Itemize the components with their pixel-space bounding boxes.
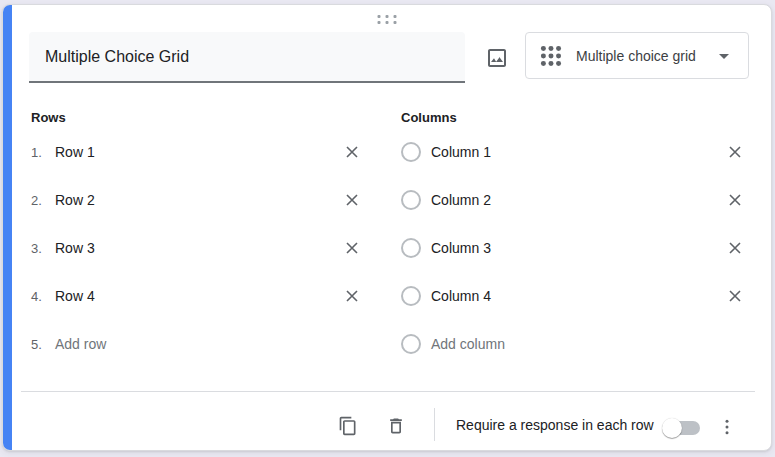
remove-row-button[interactable] [340,236,364,260]
radio-circle-icon [401,142,421,162]
rows-list: 1. Row 1 2. Row 2 3. Row 3 [31,128,364,368]
remove-column-button[interactable] [723,236,747,260]
columns-header: Columns [401,110,457,125]
row-number: 4. [31,289,55,304]
column-item-2: Column 2 [401,176,747,224]
close-icon [726,239,744,257]
active-question-accent-bar [3,5,12,450]
row-label-input[interactable]: Row 1 [55,144,95,160]
drag-handle-icon[interactable] [378,15,397,24]
add-image-button[interactable] [482,43,512,73]
toolbar-divider [434,408,435,441]
columns-list: Column 1 Column 2 Column 3 [401,128,747,368]
add-column-item: Add column [401,320,747,368]
remove-row-button[interactable] [340,284,364,308]
column-item-1: Column 1 [401,128,747,176]
radio-circle-icon [401,334,421,354]
footer-divider [21,391,755,392]
radio-circle-icon [401,190,421,210]
column-label-input[interactable]: Column 1 [431,144,491,160]
add-row-field[interactable]: Add row [55,336,106,352]
radio-circle-icon [401,286,421,306]
row-number: 2. [31,193,55,208]
trash-icon [386,416,406,436]
row-label-input[interactable]: Row 2 [55,192,95,208]
column-item-4: Column 4 [401,272,747,320]
close-icon [726,143,744,161]
kebab-menu-icon [717,417,737,437]
row-item-4: 4. Row 4 [31,272,364,320]
close-icon [343,239,361,257]
column-label-input[interactable]: Column 3 [431,240,491,256]
rows-header: Rows [31,110,66,125]
remove-column-button[interactable] [723,188,747,212]
question-card: Multiple choice grid Rows Columns 1. Row… [2,4,772,451]
row-label-input[interactable]: Row 3 [55,240,95,256]
close-icon [726,287,744,305]
remove-row-button[interactable] [340,188,364,212]
add-row-item: 5. Add row [31,320,364,368]
duplicate-icon [338,416,358,436]
close-icon [343,191,361,209]
close-icon [343,287,361,305]
more-options-button[interactable] [714,414,740,440]
delete-question-button[interactable] [382,412,410,440]
row-label-input[interactable]: Row 4 [55,288,95,304]
remove-column-button[interactable] [723,284,747,308]
dropdown-caret-icon [712,44,736,68]
column-label-input[interactable]: Column 4 [431,288,491,304]
column-item-3: Column 3 [401,224,747,272]
duplicate-question-button[interactable] [334,412,362,440]
row-item-2: 2. Row 2 [31,176,364,224]
question-type-dropdown[interactable]: Multiple choice grid [525,32,749,79]
remove-column-button[interactable] [723,140,747,164]
image-icon [485,46,509,70]
close-icon [343,143,361,161]
grid-dots-icon [538,43,564,69]
close-icon [726,191,744,209]
page-background: Multiple choice grid Rows Columns 1. Row… [0,0,775,457]
radio-circle-icon [401,238,421,258]
question-type-label: Multiple choice grid [576,48,696,64]
column-label-input[interactable]: Column 2 [431,192,491,208]
row-number: 1. [31,145,55,160]
row-number: 5. [31,337,55,352]
require-response-label: Require a response in each row [456,417,654,433]
remove-row-button[interactable] [340,140,364,164]
row-item-3: 3. Row 3 [31,224,364,272]
row-item-1: 1. Row 1 [31,128,364,176]
require-toggle[interactable] [662,418,702,438]
question-title-input[interactable] [29,32,465,83]
add-column-field[interactable]: Add column [431,336,505,352]
toggle-thumb [662,418,682,438]
row-number: 3. [31,241,55,256]
